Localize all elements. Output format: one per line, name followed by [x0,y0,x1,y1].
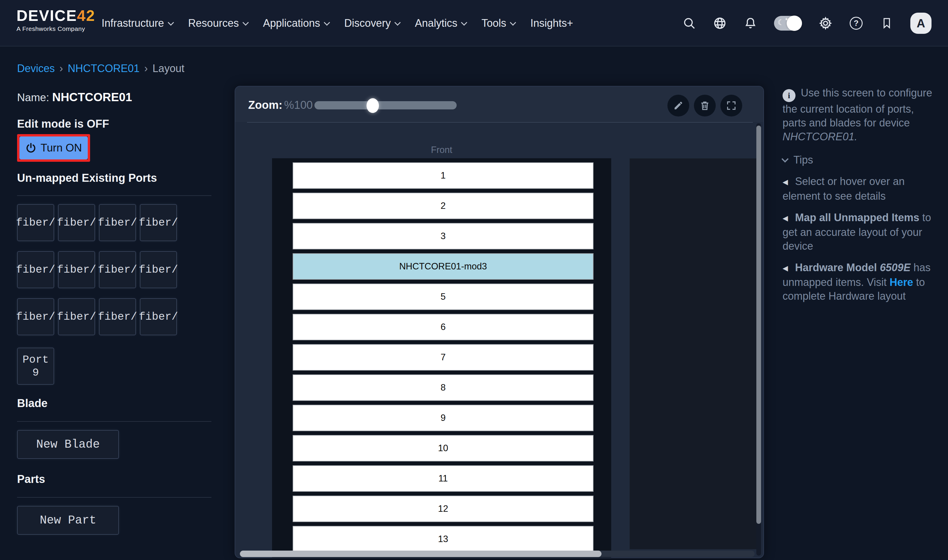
unmapped-port-button[interactable]: fiber/ [140,298,177,335]
unmapped-ports-heading: Un-mapped Existing Ports [17,172,157,185]
nav-item-tools[interactable]: Tools [481,17,514,29]
chassis-slot[interactable]: 2 [293,193,593,219]
new-part-button[interactable]: New Part [17,506,119,535]
unmapped-port-button[interactable]: fiber/ [99,251,136,288]
edit-icon[interactable] [667,95,689,117]
question-mark: ? [850,17,863,30]
user-avatar[interactable]: A [910,13,931,34]
logo-tagline: A Freshworks Company [17,25,95,32]
breadcrumb-device-name[interactable]: NHCTCORE01 [68,62,139,75]
nav-item-label: Tools [481,17,506,29]
unmapped-port-button[interactable]: fiber/ [58,251,95,288]
info-icon: i [783,89,795,102]
page: DEVICE42 A Freshworks Company Infrastruc… [0,0,948,560]
nav-item-label: Infrastructure [102,17,164,29]
nav-item-label: Discovery [344,17,391,29]
delete-icon[interactable] [694,95,716,117]
chassis-slot[interactable]: 9 [293,405,593,431]
device42-logo[interactable]: DEVICE42 A Freshworks Company [17,7,95,32]
triangle-bullet-icon: ◀ [783,178,788,186]
new-blade-button[interactable]: New Blade [17,430,119,459]
nav-item-applications[interactable]: Applications [263,17,328,29]
horizontal-scrollbar[interactable] [240,551,602,557]
tips-text: Map all Unmapped Items [795,211,919,223]
nav-item-label: Analytics [415,17,457,29]
nav-item-label: Insights+ [530,17,573,29]
chevron-down-icon [324,19,330,26]
unmapped-port-button[interactable]: fiber/ [17,298,54,335]
unmapped-port-button[interactable]: fiber/ [58,298,95,335]
tips-link[interactable]: Here [890,276,913,288]
nav-item-resources[interactable]: Resources [188,17,247,29]
chassis-slot[interactable]: 3 [293,223,593,249]
tips-text: Use this screen to configure the current… [783,87,932,129]
chevron-down-icon [242,19,249,26]
triangle-bullet-icon: ◀ [783,214,788,222]
tips-list: ◀Select or hover over an element to see … [783,174,940,303]
unmapped-port-button[interactable]: fiber/ [58,204,95,241]
tip-item: ◀Select or hover over an element to see … [783,174,940,203]
bell-icon[interactable] [743,16,758,30]
breadcrumb: Devices › NHCTCORE01 › Layout [17,62,184,75]
edit-mode-status: Edit mode is OFF [17,118,109,130]
nav-item-label: Resources [188,17,239,29]
vertical-scrollbar[interactable] [757,126,761,524]
tips-text: Select or hover over an element to see d… [783,175,905,202]
tips-title: Tips [794,153,813,167]
nav-item-infrastructure[interactable]: Infrastructure [102,17,172,29]
unmapped-ports-grid: fiber/fiber/fiber/fiber/fiber/fiber/fibe… [17,204,177,335]
parts-heading: Parts [17,473,45,486]
tips-header[interactable]: Tips [783,153,940,167]
unmapped-port-button[interactable]: fiber/ [99,204,136,241]
chassis-slot[interactable]: 10 [293,435,593,462]
chassis-slot[interactable]: 5 [293,283,593,310]
chassis-slot[interactable]: 6 [293,314,593,340]
port-9-button[interactable]: Port9 [17,348,54,385]
chassis-slot[interactable]: 11 [293,465,593,492]
divider [17,421,212,422]
unmapped-port-button[interactable]: fiber/ [17,251,54,288]
tips-text: Hardware Model [795,262,880,274]
chassis-slot[interactable]: 8 [293,374,593,401]
chassis-slot[interactable]: 13 [293,526,593,552]
nav-item-insights-[interactable]: Insights+ [530,17,573,29]
gear-icon[interactable] [818,16,832,30]
zoom-value: %100 [284,99,313,111]
nav-item-analytics[interactable]: Analytics [415,17,465,29]
zoom-slider-thumb[interactable] [366,98,379,113]
unmapped-port-button[interactable]: fiber/ [140,204,177,241]
turn-on-button[interactable]: Turn ON [19,137,88,159]
theme-toggle[interactable]: ☾ ✶ [774,16,802,31]
front-view-label: Front [272,145,611,155]
chevron-down-icon [168,19,174,26]
zoom-slider[interactable] [315,101,457,109]
fullscreen-icon[interactable] [720,95,742,117]
breadcrumb-devices[interactable]: Devices [17,62,55,75]
triangle-bullet-icon: ◀ [783,264,788,272]
top-navigation-bar: DEVICE42 A Freshworks Company Infrastruc… [0,0,948,46]
chassis-slot-module[interactable]: NHCTCORE01-mod3 [293,253,593,280]
nav-item-discovery[interactable]: Discovery [344,17,399,29]
search-icon[interactable] [682,16,696,30]
breadcrumb-current: Layout [153,62,184,75]
toggle-knob[interactable] [787,15,802,31]
chassis-slot[interactable]: 1 [293,162,593,189]
help-icon[interactable]: ? [849,16,863,30]
power-icon [25,142,37,154]
chevron-down-icon [395,19,401,26]
main-nav: InfrastructureResourcesApplicationsDisco… [102,0,573,46]
tip-item: ◀Map all Unmapped Items to get an accura… [783,211,940,253]
name-label: Name: [17,91,49,103]
device-chassis: 123NHCTCORE01-mod35678910111213 [272,158,611,558]
chassis-slot[interactable]: 12 [293,495,593,522]
chassis-slot[interactable]: 7 [293,344,593,371]
layout-tool-buttons [667,95,742,117]
bookmark-icon[interactable] [880,16,894,30]
globe-icon[interactable] [713,16,727,30]
unmapped-port-button[interactable]: fiber/ [99,298,136,335]
unmapped-port-button[interactable]: fiber/ [17,204,54,241]
tips-text: NHCTCORE01. [783,131,857,143]
unmapped-port-button[interactable]: fiber/ [140,251,177,288]
turn-on-highlight-box: Turn ON [17,134,90,162]
blade-heading: Blade [17,397,48,410]
